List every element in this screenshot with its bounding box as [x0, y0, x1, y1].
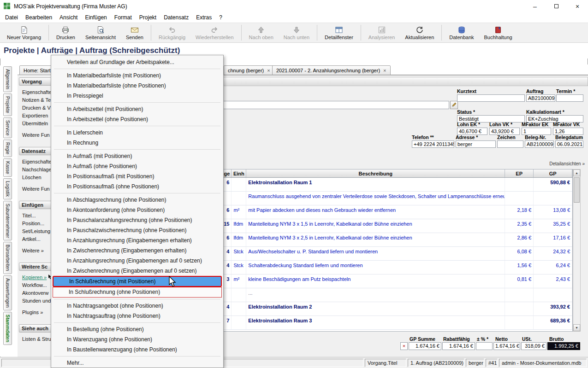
menu-item[interactable]: In Warenzugang (ohne Positionen) — [51, 334, 223, 345]
vtab-projekte[interactable]: Projekte — [3, 93, 12, 116]
menu-item[interactable]: Mehr... — [51, 358, 223, 368]
menu-item[interactable]: Verteilen auf Grundlage der Arbeitspaket… — [51, 57, 223, 67]
menu-item[interactable]: In Materialbedarfsliste (ohne Positionen… — [51, 81, 223, 91]
menu-extras[interactable]: Extras — [192, 13, 215, 22]
menu-item[interactable]: In Pauschalanzahlungsrechnung (ohne Posi… — [51, 215, 223, 225]
menu-item[interactable]: In Materialbedarfsliste (mit Positionen) — [51, 70, 223, 81]
menu-item-in-schlussrechnung-mit-positionen[interactable]: In Schlußrechnung (mit Positionen) — [53, 276, 222, 287]
menu-item[interactable]: In Rechnung — [51, 138, 223, 148]
accounting-book-icon — [494, 25, 502, 34]
arrow-down-icon — [292, 25, 301, 34]
menu-item-in-schlussrechnung-ohne-positionen[interactable]: In Schlußrechnung (ohne Positionen) — [53, 287, 222, 298]
scrollbar-thumb[interactable] — [574, 177, 580, 203]
menu-item[interactable]: In Positionsaufmaß (ohne Positionen) — [51, 181, 223, 192]
vtab-bueroarbeiten[interactable]: Büroarbeiten — [3, 242, 12, 274]
datenbank-button[interactable]: Datenbank — [444, 24, 479, 41]
mfaktor-vk-input[interactable]: 1,26 — [553, 128, 583, 135]
menu-item[interactable]: In Lieferschein — [51, 128, 223, 138]
vtab-logistik[interactable]: Logistik — [3, 178, 12, 199]
minimize-icon[interactable]: – — [524, 0, 546, 12]
toolbar-separator — [241, 25, 242, 41]
summary-clear-button[interactable]: × — [400, 342, 408, 350]
rabatt-prozent-label: ± % * — [477, 336, 488, 342]
menu-format[interactable]: Format — [111, 13, 136, 22]
scroll-up-icon[interactable]: ▲ — [573, 169, 580, 176]
menu-datei[interactable]: Datei — [1, 13, 22, 22]
auftrag-input[interactable]: AB2100009 — [526, 94, 555, 102]
menu-item[interactable]: In Nachtragsangebot (ohne Positionen) — [51, 301, 223, 311]
field-adresse: Adresse * berger — [456, 134, 496, 148]
menu-item[interactable]: In Aufmaß (mit Positionen) — [51, 151, 223, 161]
menu-item[interactable]: In Bestellung (ohne Positionen) — [51, 324, 223, 334]
menu-projekt[interactable]: Projekt — [136, 13, 160, 22]
vtab-auswertungen[interactable]: Auswertungen — [3, 275, 12, 310]
menu-ansicht[interactable]: Ansicht — [56, 13, 81, 22]
table-scrollbar[interactable]: ▲ ▼ — [573, 169, 581, 332]
menu-item[interactable]: In Nachtragsauftrag (ohne Positionen) — [51, 311, 223, 321]
aktualisieren-button[interactable]: Aktualisieren — [400, 24, 439, 41]
menu-item[interactable]: In Anzahlungsrechnung (Eingabemengen erh… — [51, 235, 223, 245]
telefon-input[interactable]: +49 2224 2011345 — [412, 140, 454, 148]
brutto-value: 1.992,25 € — [547, 342, 580, 350]
menu-bearbeiten[interactable]: Bearbeiten — [22, 13, 56, 22]
tab-close-icon[interactable]: × — [383, 68, 386, 73]
termin-input[interactable] — [556, 94, 583, 102]
tab-close-icon[interactable]: × — [267, 68, 270, 73]
menu-item[interactable]: In Pauschalzwischenrechnung (ohne Positi… — [51, 225, 223, 235]
detailfenster-button[interactable]: Detailfenster — [320, 24, 358, 41]
menu-einfuegen[interactable]: Einfügen — [81, 13, 110, 22]
kurztext-input[interactable] — [457, 94, 525, 102]
menu-item[interactable]: In Zwischenrechnung (Eingabemengen erhal… — [51, 245, 223, 256]
menu-item[interactable]: In Aufmaß (ohne Positionen) — [51, 161, 223, 171]
beleg-nr-input[interactable]: AB2100009 — [525, 140, 554, 148]
header-gp[interactable]: GP — [534, 169, 572, 177]
lohn-ek-input[interactable]: 40,6700 € — [457, 128, 487, 135]
menu-item[interactable]: In Arbeitszettel (mit Positionen) — [51, 104, 223, 114]
field-zeichen: Zeichen — [497, 134, 523, 148]
menu-item[interactable]: In Arbeitszettel (ohne Positionen) — [51, 114, 223, 124]
menu-item[interactable]: In Zwischenrechnung (Eingabemengen auf 0… — [51, 266, 223, 276]
menu-item[interactable]: In Baustellenwarenzugang (ohne Positione… — [51, 345, 223, 355]
buchhaltung-button[interactable]: Buchhaltung — [479, 24, 517, 41]
address-field[interactable] — [221, 101, 449, 109]
menu-item[interactable]: In Positionsaufmaß (mit Positionen) — [51, 171, 223, 181]
belegdatum-input[interactable]: 06.09.2021 — [555, 140, 583, 148]
vtab-regie[interactable]: Regie — [3, 140, 12, 157]
senden-button[interactable]: Senden — [121, 24, 148, 41]
menu-datensatz[interactable]: Datensatz — [160, 13, 192, 22]
edit-address-button[interactable] — [450, 101, 458, 109]
close-icon[interactable]: × — [567, 0, 588, 12]
field-beleg-nr: Beleg-Nr. AB2100009 — [525, 134, 554, 148]
menu-item[interactable]: In Preisspiegel — [51, 91, 223, 101]
status-document: 1. Auftrag (AB2100009) — [408, 359, 464, 367]
maximize-icon[interactable] — [546, 0, 567, 12]
tab-anzahlungsrechnung-2[interactable]: 2021.00007 - 2. Anzahlungsrechnung (berg… — [272, 65, 391, 75]
mfaktor-ek-input[interactable]: 1 — [522, 128, 551, 135]
header-einh[interactable]: Einh — [232, 169, 246, 177]
vtab-stammdaten[interactable]: Stammdaten — [3, 312, 12, 345]
menu-item[interactable]: In Abschlagsrechnung (ohne Positionen) — [51, 195, 223, 205]
menu-help[interactable]: ? — [215, 13, 226, 22]
status-record-number: #41 — [486, 359, 498, 367]
tab-home[interactable]: Home: Start — [19, 65, 55, 75]
neuer-vorgang-button[interactable]: Neuer Vorgang — [2, 24, 46, 41]
header-ep[interactable]: EP — [505, 169, 534, 177]
menu-item[interactable]: In Anzahlungsrechnung (Eingabemengen auf… — [51, 256, 223, 266]
vtab-service[interactable]: Service — [3, 117, 12, 138]
rabatt-prozent-input[interactable] — [476, 342, 493, 350]
vtab-allgemein[interactable]: Allgemein — [3, 66, 12, 92]
toolbar-separator — [48, 25, 49, 41]
mouse-cursor-icon — [169, 276, 177, 288]
drucken-button[interactable]: Drucken — [51, 24, 80, 41]
lohn-vk-input[interactable]: 43,9200 € — [489, 128, 520, 135]
header-beschreibung[interactable]: Beschreibung — [246, 169, 505, 177]
seitenansicht-button[interactable]: Seitenansicht — [80, 24, 121, 41]
detailansichten-link[interactable]: Detailansichten » — [442, 161, 585, 166]
vtab-subunternehmer[interactable]: Subunternehmer — [3, 201, 12, 241]
tab-anzahlungsrechnung-1[interactable]: chnung (berger) × — [224, 65, 274, 75]
scroll-down-icon[interactable]: ▼ — [573, 324, 580, 331]
menu-item[interactable]: In Akontoanforderung (ohne Positionen) — [51, 205, 223, 215]
zeichen-input[interactable] — [497, 140, 523, 148]
vtab-kasse[interactable]: Kasse — [3, 158, 12, 177]
adresse-input[interactable]: berger — [456, 140, 496, 148]
